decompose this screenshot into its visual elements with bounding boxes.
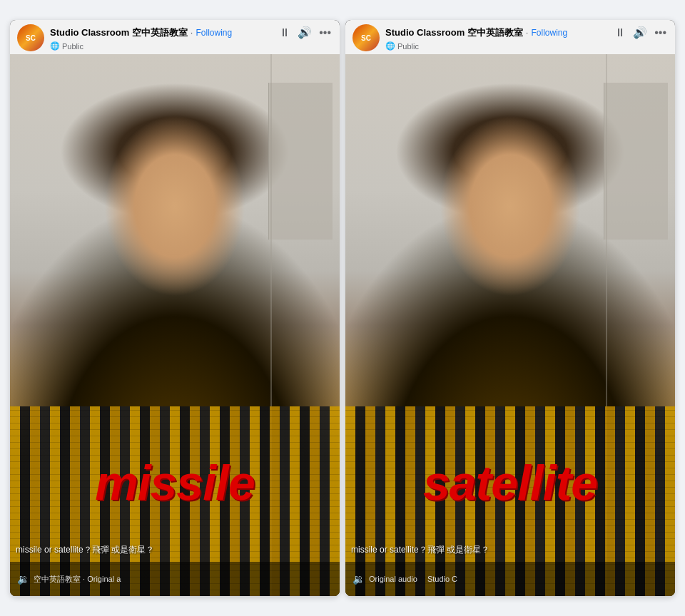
right-globe-icon: 🌐 <box>385 41 395 51</box>
left-pause-button[interactable]: ⏸ <box>278 25 292 41</box>
right-audio-label: Original audio <box>369 575 417 583</box>
right-dot: · <box>526 27 529 38</box>
right-cabinet <box>604 83 668 240</box>
left-avatar: SC <box>17 24 44 51</box>
left-bottom-bar: 🔉 空中英語教室 · Original a <box>10 562 340 596</box>
right-public-row: 🌐 Public <box>385 41 668 51</box>
left-main-word: missile <box>10 455 340 510</box>
right-bottom-bar: 🔉 Original audio Studio C <box>345 562 675 596</box>
left-audio-icon: 🔉 <box>17 573 29 585</box>
right-video-area: satellite missile or satellite？飛彈 或是衛星？ … <box>345 54 675 596</box>
right-video-card: SC Studio Classroom 空中英語教室 · Following ⏸… <box>345 20 675 596</box>
left-public-row: 🌐 Public <box>50 41 333 51</box>
right-page-name: Studio Classroom 空中英語教室 <box>385 27 523 38</box>
left-text-overlay: missile <box>10 455 340 510</box>
left-video-area: missile missile or satellite？飛彈 或是衛星？ 🔉 … <box>10 54 340 596</box>
left-controls: ⏸ 🔊 ••• <box>275 24 333 41</box>
globe-icon: 🌐 <box>50 41 60 51</box>
left-page-name: Studio Classroom 空中英語教室 <box>50 27 188 38</box>
right-pause-button[interactable]: ⏸ <box>613 25 627 41</box>
left-dot: · <box>191 27 193 38</box>
left-video-card: SC Studio Classroom 空中英語教室 · Following ⏸… <box>10 20 340 596</box>
left-bottom-text: 空中英語教室 · Original a <box>34 574 121 585</box>
right-main-word: satellite <box>345 455 675 510</box>
right-sound-button[interactable]: 🔊 <box>631 24 649 41</box>
right-header: SC Studio Classroom 空中英語教室 · Following ⏸… <box>345 20 675 54</box>
right-avatar: SC <box>352 24 380 51</box>
right-public-label: Public <box>397 42 419 51</box>
left-cabinet <box>268 83 333 240</box>
left-header: SC Studio Classroom 空中英語教室 · Following ⏸… <box>10 20 340 54</box>
right-audio-icon: 🔉 <box>352 573 365 585</box>
right-subtitle: missile or satellite？飛彈 或是衛星？ <box>351 544 669 556</box>
left-following[interactable]: Following <box>196 28 232 38</box>
left-subtitle: missile or satellite？飛彈 或是衛星？ <box>16 544 334 556</box>
left-header-info: Studio Classroom 空中英語教室 · Following ⏸ 🔊 … <box>50 24 333 51</box>
right-controls: ⏸ 🔊 ••• <box>610 24 668 41</box>
left-public-label: Public <box>62 42 83 51</box>
right-more-button[interactable]: ••• <box>653 25 668 41</box>
right-header-info: Studio Classroom 空中英語教室 · Following ⏸ 🔊 … <box>385 24 668 51</box>
right-text-overlay: satellite <box>345 455 675 510</box>
left-sound-button[interactable]: 🔊 <box>296 24 313 41</box>
right-studio-label: Studio C <box>427 575 457 583</box>
left-more-button[interactable]: ••• <box>318 25 333 41</box>
right-following[interactable]: Following <box>531 28 567 38</box>
